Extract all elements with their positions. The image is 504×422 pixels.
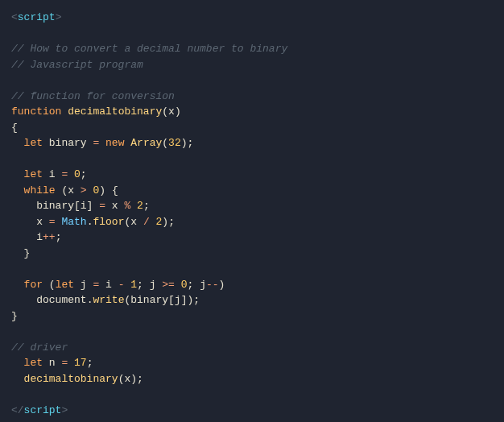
builtin: Array — [130, 137, 162, 149]
operator: = — [99, 200, 105, 212]
code-line: </script> — [11, 404, 68, 416]
code-line: binary[i] = x % 2; — [11, 200, 150, 212]
number: 1 — [130, 279, 137, 291]
brace: } — [11, 310, 18, 322]
operator: = — [49, 216, 56, 228]
tag-name: script — [18, 11, 56, 23]
code-line: } — [11, 310, 18, 322]
number: 0 — [181, 279, 188, 291]
number: 2 — [137, 200, 143, 212]
comment: // driver — [11, 341, 68, 354]
keyword: let — [56, 279, 74, 291]
keyword: let — [24, 137, 43, 149]
code-line: // Javascript program — [11, 59, 143, 71]
number: 32 — [168, 137, 181, 149]
keyword: for — [24, 279, 43, 291]
keyword: while — [24, 184, 56, 197]
code-line: decimaltobinary(x); — [11, 373, 143, 385]
code-block: <script> // How to convert a decimal num… — [11, 10, 493, 418]
code-line: let n = 17; — [11, 357, 93, 369]
code-line: // driver — [11, 341, 68, 354]
code-line: function decimaltobinary(x) — [11, 106, 181, 118]
tag-name: script — [24, 404, 62, 416]
operator: >= — [162, 279, 175, 291]
keyword: function — [11, 106, 61, 118]
keyword: let — [24, 168, 43, 180]
angle-open: </ — [11, 404, 24, 416]
code-line: i++; — [11, 231, 61, 243]
code-line: { — [11, 122, 18, 134]
method: write — [93, 294, 124, 306]
operator: / — [143, 216, 150, 228]
code-line: for (let j = i - 1; j >= 0; j--) — [11, 279, 225, 291]
number: 17 — [74, 357, 87, 369]
comment: // How to convert a decimal number to bi… — [11, 43, 287, 55]
code-line: document.write(binary[j]); — [11, 294, 200, 306]
angle-close: > — [61, 404, 68, 416]
angle-close: > — [56, 11, 62, 23]
angle-open: < — [11, 11, 18, 23]
builtin: Math — [61, 216, 86, 228]
operator: > — [81, 184, 87, 197]
comment: // Javascript program — [11, 59, 143, 71]
keyword: new — [105, 137, 124, 149]
code-line: // How to convert a decimal number to bi… — [11, 43, 287, 55]
operator: -- — [206, 279, 219, 291]
code-line: <script> — [11, 11, 61, 23]
function-name: decimaltobinary — [68, 106, 162, 118]
number: 0 — [74, 168, 81, 180]
code-line: let binary = new Array(32); — [11, 137, 193, 149]
operator: ++ — [43, 231, 56, 243]
method: floor — [93, 216, 124, 228]
brace: { — [11, 122, 18, 134]
brace: } — [11, 247, 30, 259]
param: x — [168, 106, 175, 118]
code-line: x = Math.floor(x / 2); — [11, 216, 175, 228]
comment: // function for conversion — [11, 90, 175, 102]
code-line: let i = 0; — [11, 168, 87, 180]
function-call: decimaltobinary — [24, 373, 118, 385]
code-line: // function for conversion — [11, 90, 175, 102]
code-line: while (x > 0) { — [11, 184, 118, 197]
keyword: let — [24, 357, 43, 369]
code-line: } — [11, 247, 30, 259]
